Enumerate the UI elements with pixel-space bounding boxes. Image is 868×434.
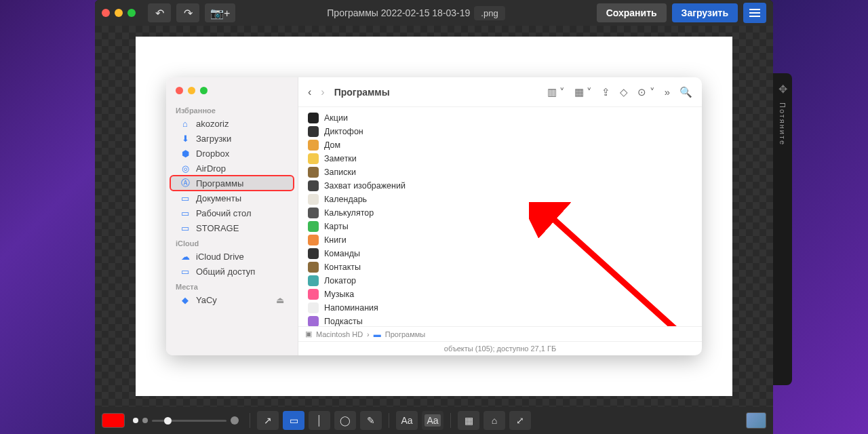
stroke-width-slider[interactable] bbox=[133, 416, 239, 425]
app-icon bbox=[308, 235, 319, 245]
app-item[interactable]: Локатор bbox=[308, 274, 702, 288]
tool-text-bg[interactable]: Aa bbox=[422, 411, 443, 430]
app-label: Карты bbox=[324, 222, 349, 231]
app-item[interactable]: Заметки bbox=[308, 152, 702, 165]
sidebar-item[interactable]: ☁iCloud Drive bbox=[170, 249, 294, 264]
drag-handle-tab[interactable]: ✥ Потяните bbox=[773, 73, 792, 385]
sidebar-item-icon: ▭ bbox=[180, 222, 191, 233]
app-item[interactable]: Карты bbox=[308, 220, 702, 233]
app-icon bbox=[308, 153, 319, 164]
sidebar-item-label: Общий доступ bbox=[196, 267, 255, 277]
share-icon[interactable]: ⇪ bbox=[601, 86, 610, 98]
tool-pencil[interactable]: ✎ bbox=[360, 411, 382, 430]
finder-path-bar[interactable]: ▣ Macintosh HD › ▬ Программы bbox=[298, 326, 702, 341]
save-button[interactable]: Сохранить bbox=[597, 3, 667, 22]
tool-blur[interactable]: ▦ bbox=[458, 411, 479, 430]
tool-crop[interactable]: ⌂ bbox=[484, 411, 505, 430]
app-item[interactable]: Акции bbox=[308, 111, 702, 125]
sidebar-item[interactable]: ⬢Dropbox bbox=[170, 146, 294, 161]
app-item[interactable]: Контакты bbox=[308, 260, 702, 274]
app-item[interactable]: Захват изображений bbox=[308, 179, 702, 193]
file-extension[interactable]: .png bbox=[474, 6, 505, 20]
tool-line[interactable]: │ bbox=[309, 411, 330, 430]
app-item[interactable]: Календарь bbox=[308, 193, 702, 206]
close-icon[interactable] bbox=[102, 9, 110, 17]
tool-rectangle[interactable]: ▭ bbox=[283, 411, 304, 430]
app-label: Захват изображений bbox=[324, 181, 406, 191]
drag-label: Потяните bbox=[778, 102, 787, 146]
minimize-icon[interactable] bbox=[188, 87, 195, 94]
tag-icon[interactable]: ◇ bbox=[620, 86, 628, 98]
search-icon[interactable]: 🔍 bbox=[679, 86, 692, 98]
sidebar-item-label: Загрузки bbox=[196, 134, 231, 144]
app-label: Календарь bbox=[324, 195, 367, 204]
app-icon bbox=[308, 208, 319, 218]
maximize-icon[interactable] bbox=[200, 87, 208, 94]
minimize-icon[interactable] bbox=[115, 9, 123, 17]
close-icon[interactable] bbox=[176, 87, 183, 94]
app-icon bbox=[308, 275, 319, 286]
capture-button[interactable]: 📷+ bbox=[205, 3, 235, 22]
more-icon[interactable]: » bbox=[665, 86, 670, 98]
editor-titlebar: ↶ ↷ 📷+ Программы 2022-02-15 18-03-19 .pn… bbox=[95, 0, 773, 26]
app-icon bbox=[308, 221, 319, 232]
finder-status-bar: объекты (105); доступно 27,1 ГБ bbox=[298, 341, 702, 355]
app-item[interactable]: Записки bbox=[308, 165, 702, 179]
app-item[interactable]: Музыка bbox=[308, 288, 702, 301]
app-item[interactable]: Калькулятор bbox=[308, 206, 702, 220]
eject-icon[interactable]: ⏏ bbox=[276, 295, 284, 305]
sidebar-item-icon: Ⓐ bbox=[180, 178, 191, 189]
finder-toolbar: ‹ › Программы ▥ ˅ ▦ ˅ ⇪ ◇ ⊙ ˅ » 🔍 bbox=[298, 77, 702, 107]
screenshot-content: Избранное ⌂akozoriz⬇Загрузки⬢Dropbox◎Air… bbox=[136, 37, 732, 396]
view-grid-icon[interactable]: ▦ ˅ bbox=[574, 86, 592, 98]
color-swatch[interactable] bbox=[102, 413, 125, 428]
app-label: Дом bbox=[324, 140, 340, 150]
sidebar-item-icon: ◆ bbox=[180, 294, 191, 305]
sidebar-item[interactable]: ⒶПрограммы bbox=[170, 176, 294, 191]
view-columns-icon[interactable]: ▥ ˅ bbox=[547, 86, 565, 98]
file-title: Программы 2022-02-15 18-03-19 bbox=[327, 7, 470, 18]
app-item[interactable]: Напоминания bbox=[308, 301, 702, 315]
menu-button[interactable] bbox=[743, 3, 766, 23]
sidebar-item-label: YaCy bbox=[196, 295, 217, 305]
sidebar-item-label: AirDrop bbox=[196, 163, 226, 174]
forward-button[interactable]: › bbox=[321, 86, 324, 98]
finder-content[interactable]: АкцииДиктофонДомЗаметкиЗапискиЗахват изо… bbox=[298, 107, 702, 326]
sidebar-item[interactable]: ▭STORAGE bbox=[170, 220, 294, 235]
finder-traffic-lights bbox=[166, 84, 298, 102]
sidebar-item[interactable]: ⌂akozoriz bbox=[170, 116, 294, 131]
sidebar-item[interactable]: ◆YaCy⏏ bbox=[170, 292, 294, 307]
tool-ellipse[interactable]: ◯ bbox=[334, 411, 356, 430]
sidebar-item[interactable]: ▭Рабочий стол bbox=[170, 205, 294, 220]
sidebar-item[interactable]: ◎AirDrop bbox=[170, 161, 294, 176]
app-icon bbox=[308, 194, 319, 205]
undo-button[interactable]: ↶ bbox=[148, 3, 171, 22]
tool-text[interactable]: Aa bbox=[396, 411, 418, 430]
app-item[interactable]: Подкасты bbox=[308, 315, 702, 326]
app-label: Контакты bbox=[324, 262, 361, 272]
redo-button[interactable]: ↷ bbox=[176, 3, 199, 22]
tool-arrow[interactable]: ↗ bbox=[257, 411, 279, 430]
sidebar-item[interactable]: ▭Общий доступ bbox=[170, 264, 294, 279]
drag-icon: ✥ bbox=[778, 83, 787, 96]
app-label: Команды bbox=[324, 249, 360, 258]
sidebar-item[interactable]: ⬇Загрузки bbox=[170, 131, 294, 146]
sidebar-item[interactable]: ▭Документы bbox=[170, 191, 294, 205]
app-item[interactable]: Команды bbox=[308, 247, 702, 260]
editor-title: Программы 2022-02-15 18-03-19 .png bbox=[241, 6, 591, 20]
maximize-icon[interactable] bbox=[127, 9, 136, 17]
app-icon bbox=[308, 126, 319, 137]
app-item[interactable]: Диктофон bbox=[308, 125, 702, 138]
back-button[interactable]: ‹ bbox=[308, 86, 311, 98]
app-item[interactable]: Книги bbox=[308, 233, 702, 247]
upload-button[interactable]: Загрузить bbox=[672, 3, 738, 22]
editor-canvas[interactable]: ✥ Потяните Избранное ⌂akozoriz⬇Загрузки⬢… bbox=[95, 26, 773, 407]
disk-icon: ▣ bbox=[305, 330, 312, 338]
actions-icon[interactable]: ⊙ ˅ bbox=[637, 86, 654, 98]
app-icon bbox=[308, 167, 319, 178]
app-label: Диктофон bbox=[324, 127, 363, 136]
app-item[interactable]: Дом bbox=[308, 138, 702, 152]
thumbnail-preview[interactable] bbox=[746, 412, 766, 429]
tool-expand[interactable]: ⤢ bbox=[509, 411, 531, 430]
app-label: Подкасты bbox=[324, 317, 363, 326]
